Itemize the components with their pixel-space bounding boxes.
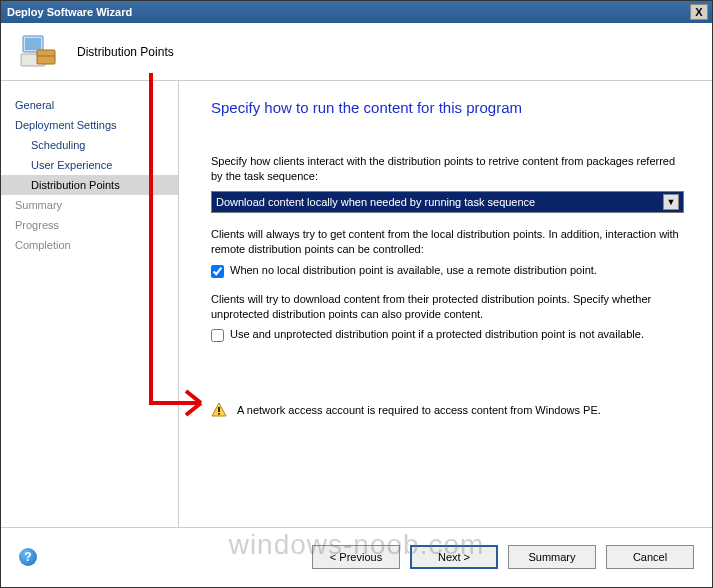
wizard-sidebar: General Deployment Settings Scheduling U… <box>1 81 179 527</box>
chevron-down-icon: ▼ <box>663 194 679 210</box>
sidebar-item-general[interactable]: General <box>1 95 178 115</box>
sidebar-item-summary: Summary <box>1 195 178 215</box>
sidebar-item-scheduling[interactable]: Scheduling <box>1 135 178 155</box>
svg-rect-5 <box>218 413 220 415</box>
warning-icon <box>211 402 227 418</box>
cancel-button[interactable]: Cancel <box>606 545 694 569</box>
window-title: Deploy Software Wizard <box>5 6 690 18</box>
unprotected-dp-text: Clients will try to download content fro… <box>211 292 684 323</box>
wizard-header: Distribution Points <box>1 23 712 81</box>
titlebar: Deploy Software Wizard X <box>1 1 712 23</box>
next-button[interactable]: Next > <box>410 545 498 569</box>
warning-text: A network access account is required to … <box>237 404 601 416</box>
svg-rect-4 <box>218 407 220 412</box>
deployment-option-dropdown[interactable]: Download content locally when needed by … <box>211 191 684 213</box>
summary-button[interactable]: Summary <box>508 545 596 569</box>
sidebar-item-user-experience[interactable]: User Experience <box>1 155 178 175</box>
svg-rect-3 <box>37 50 55 64</box>
unprotected-dp-checkbox[interactable] <box>211 329 224 342</box>
help-button[interactable]: ? <box>19 548 37 566</box>
sidebar-item-completion: Completion <box>1 235 178 255</box>
sidebar-item-deployment-settings[interactable]: Deployment Settings <box>1 115 178 135</box>
remote-dp-text: Clients will always try to get content f… <box>211 227 684 258</box>
remote-dp-checkbox-label: When no local distribution point is avai… <box>230 264 597 276</box>
wizard-step-label: Distribution Points <box>77 45 174 59</box>
wizard-content: Specify how to run the content for this … <box>179 81 712 527</box>
warning-row: A network access account is required to … <box>211 402 684 418</box>
dropdown-value: Download content locally when needed by … <box>216 196 663 208</box>
sidebar-item-distribution-points[interactable]: Distribution Points <box>1 175 178 195</box>
sidebar-item-progress: Progress <box>1 215 178 235</box>
wizard-footer: ? < Previous Next > Summary Cancel <box>1 527 712 585</box>
previous-button[interactable]: < Previous <box>312 545 400 569</box>
close-button[interactable]: X <box>690 4 708 20</box>
intro-text: Specify how clients interact with the di… <box>211 154 684 185</box>
svg-rect-1 <box>25 38 41 50</box>
unprotected-dp-checkbox-label: Use and unprotected distribution point i… <box>230 328 644 340</box>
remote-dp-checkbox[interactable] <box>211 265 224 278</box>
computer-package-icon <box>15 30 59 74</box>
page-heading: Specify how to run the content for this … <box>211 99 684 116</box>
